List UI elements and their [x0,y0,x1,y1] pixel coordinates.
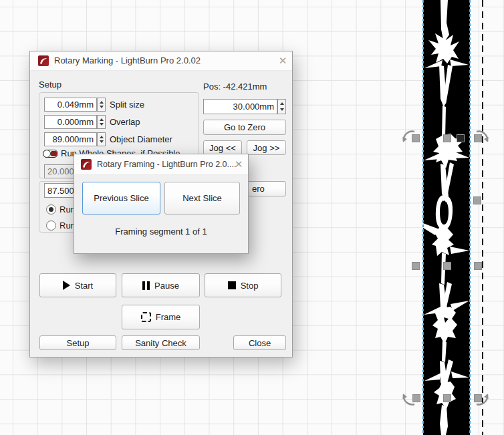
framing-status-text: Framing segment 1 of 1 [74,227,248,237]
dashed-frame-icon [141,312,151,322]
lightburn-logo-icon [81,159,92,170]
jog-back-button[interactable]: Jog << [203,140,242,155]
dialog-title: Rotary Marking - LightBurn Pro 2.0.02 [54,51,201,70]
selection-handle-active[interactable] [457,134,465,142]
split-size-input[interactable]: 0.049mm [44,98,97,112]
jog-forward-button[interactable]: Jog >> [247,140,286,155]
play-icon [63,281,70,290]
selection-handle[interactable] [412,262,420,270]
pause-button[interactable]: Pause [122,273,200,297]
spin-up-icon[interactable] [100,101,104,104]
spin-up-icon[interactable] [100,136,104,138]
spin-up-icon[interactable] [280,102,284,105]
toggle-on-indicator [51,151,57,156]
previous-slice-button[interactable]: Previous Slice [82,182,160,214]
setup-button[interactable]: Setup [39,335,116,350]
sanity-check-button[interactable]: Sanity Check [122,335,200,350]
frame-label: Frame [156,312,181,322]
next-slice-button[interactable]: Next Slice [164,182,240,214]
spin-up-icon[interactable] [100,118,104,121]
rotary-framing-dialog: Rotary Framing - LightBurn Pro 2.0.... ✕… [74,154,249,254]
run-whole-shapes-toggle[interactable] [43,150,58,158]
rotary-framing-titlebar[interactable]: Rotary Framing - LightBurn Pro 2.0.... ✕ [74,154,248,175]
jog-distance-spinner[interactable] [277,99,286,114]
selection-edge-left [422,0,424,435]
toggle-knob [43,150,51,158]
frame-button[interactable]: Frame [122,305,200,329]
position-readout: Pos: -42.421mm [203,82,267,92]
overlap-spinner[interactable] [97,115,106,129]
object-diameter-input[interactable]: 89.000mm [44,132,97,146]
stop-button[interactable]: Stop [205,273,281,297]
selection-handle[interactable] [443,134,451,142]
selection-handle[interactable] [443,262,451,270]
pause-icon [142,281,150,290]
barbed-wire-artwork [423,0,470,435]
overlap-input[interactable]: 0.000mm [44,115,97,129]
selection-handle[interactable] [473,196,481,204]
rotary-marking-titlebar[interactable]: Rotary Marking - LightBurn Pro 2.0.02 ✕ [30,51,292,71]
lightburn-logo-icon [38,55,49,66]
partial-button-text: ero [252,184,265,194]
close-icon[interactable]: ✕ [275,51,291,70]
stop-label: Stop [241,281,259,291]
radio-run-segments[interactable] [46,204,56,214]
start-button[interactable]: Start [39,273,116,297]
selection-edge-right [469,0,471,435]
jog-distance-input[interactable]: 30.000mm [203,99,277,114]
split-size-label: Split size [110,100,144,110]
close-icon[interactable]: ✕ [231,154,247,174]
spin-down-icon[interactable] [100,123,104,126]
stop-icon [228,281,236,289]
close-button[interactable]: Close [233,335,286,350]
dialog-title: Rotary Framing - LightBurn Pro 2.0.... [97,154,236,174]
spin-down-icon[interactable] [280,108,284,111]
artwork-strip[interactable] [423,0,470,435]
start-label: Start [75,281,93,291]
object-diameter-spinner[interactable] [97,132,106,146]
rotary-guide-dashed-line [482,0,483,435]
selection-handle[interactable] [412,134,420,142]
overlap-label: Overlap [110,117,140,127]
workspace-canvas[interactable]: Rotary Marking - LightBurn Pro 2.0.02 ✕ … [0,0,504,435]
split-size-spinner[interactable] [97,98,106,112]
go-to-zero-button[interactable]: Go to Zero [203,120,286,135]
object-diameter-label: Object Diameter [110,134,172,144]
spin-down-icon[interactable] [100,140,104,143]
selection-handle[interactable] [474,262,482,270]
selection-handle[interactable] [474,134,482,142]
selection-handle[interactable] [474,394,482,402]
selection-handle[interactable] [443,394,451,402]
spin-down-icon[interactable] [100,106,104,108]
setup-heading: Setup [39,80,61,90]
selection-handle[interactable] [412,394,420,402]
pause-label: Pause [154,281,179,291]
radio-run-all[interactable] [46,221,56,231]
